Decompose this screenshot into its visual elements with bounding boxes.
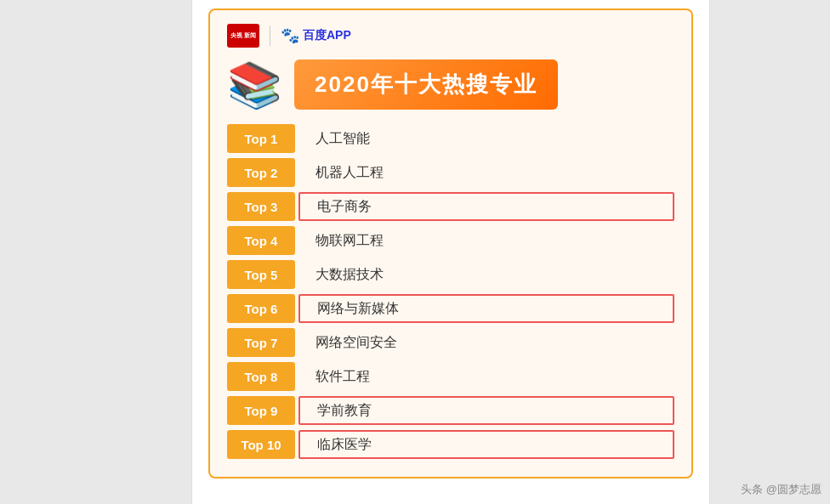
book-icon: 📚	[227, 63, 282, 107]
main-title: 2020年十大热搜专业	[294, 59, 558, 110]
list-item: Top 5大数据技术	[227, 259, 674, 290]
list-item: Top 7网络空间安全	[227, 327, 674, 358]
item-name: 软件工程	[298, 362, 674, 391]
rank-badge: Top 9	[227, 396, 295, 425]
list-item: Top 1人工智能	[227, 123, 674, 154]
item-name: 网络与新媒体	[298, 294, 674, 323]
list-item: Top 6网络与新媒体	[227, 293, 674, 324]
item-name: 学前教育	[298, 396, 674, 425]
list-item: Top 3电子商务	[227, 191, 674, 222]
title-section: 📚 2020年十大热搜专业	[227, 59, 674, 110]
list-item: Top 9学前教育	[227, 395, 674, 426]
rank-badge: Top 6	[227, 294, 295, 323]
rank-badge: Top 4	[227, 226, 295, 255]
rank-badge: Top 2	[227, 158, 295, 187]
item-name: 临床医学	[298, 430, 674, 459]
item-name: 电子商务	[298, 192, 674, 221]
right-bg	[710, 0, 830, 504]
watermark-text: 头条 @圆梦志愿	[741, 482, 821, 497]
item-name: 网络空间安全	[298, 328, 674, 357]
item-name: 物联网工程	[298, 226, 674, 255]
item-name: 人工智能	[298, 124, 674, 153]
item-name: 机器人工程	[298, 158, 674, 187]
baidu-bear-icon: 🐾	[281, 26, 299, 45]
list-item: Top 4物联网工程	[227, 225, 674, 256]
baidu-logo: 🐾 百度APP	[281, 26, 351, 45]
rank-badge: Top 7	[227, 328, 295, 357]
list-item: Top 10临床医学	[227, 429, 674, 460]
rank-badge: Top 8	[227, 362, 295, 391]
rankings-list: Top 1人工智能Top 2机器人工程Top 3电子商务Top 4物联网工程To…	[227, 123, 674, 460]
logo-area: 央视 新闻 🐾 百度APP	[227, 24, 351, 48]
rank-badge: Top 5	[227, 260, 295, 289]
item-name: 大数据技术	[298, 260, 674, 289]
rank-badge: Top 1	[227, 124, 295, 153]
left-bg	[0, 0, 191, 504]
header: 央视 新闻 🐾 百度APP	[227, 24, 674, 48]
rank-badge: Top 3	[227, 192, 295, 221]
list-item: Top 8软件工程	[227, 361, 674, 392]
logo-divider	[270, 25, 270, 46]
list-item: Top 2机器人工程	[227, 157, 674, 188]
main-card: 央视 新闻 🐾 百度APP 📚 2020年十大热搜专业 Top 1人工智能Top…	[208, 8, 693, 479]
rank-badge: Top 10	[227, 430, 295, 459]
cctv-logo: 央视 新闻	[227, 24, 259, 48]
